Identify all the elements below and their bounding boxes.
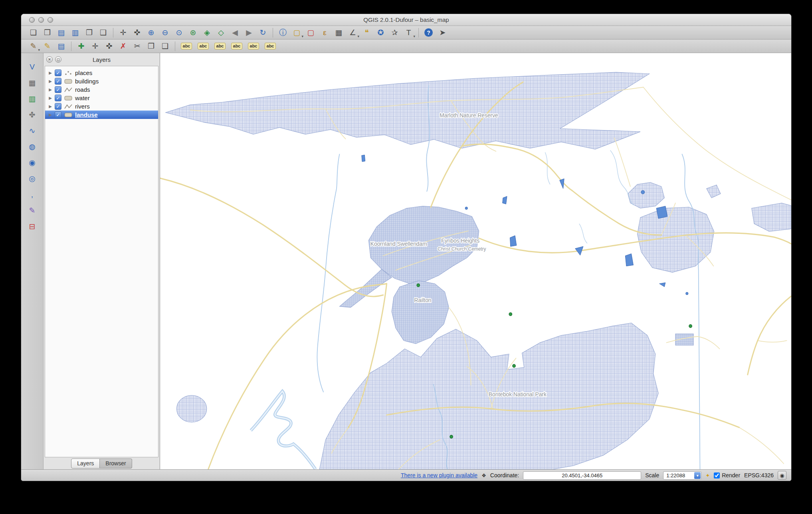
panel-float-icon[interactable]: ◻ bbox=[55, 56, 61, 63]
main-toolbar: ❏❒▤▥❐❑✛✜⊕⊖⊙⊛◈◇◀▶↻ⓘ▢▾▢ε▦∠▾❝✪✰T▾?➤ bbox=[21, 26, 791, 40]
layer-item-roads[interactable]: ▶ ✓ roads bbox=[45, 85, 158, 94]
add-spatialite-layer-icon[interactable]: ✤ bbox=[26, 108, 39, 121]
qgis-window: QGIS 2.0.1-Dufour – basic_map ❏❒▤▥❐❑✛✜⊕⊖… bbox=[21, 14, 792, 481]
new-project-icon[interactable]: ❏ bbox=[27, 27, 40, 39]
refresh-icon[interactable]: ↻ bbox=[256, 27, 269, 39]
minimize-window-button[interactable] bbox=[38, 17, 44, 23]
layer-visibility-checkbox[interactable]: ✓ bbox=[55, 69, 61, 76]
zoom-actual-icon[interactable]: ⊙ bbox=[172, 27, 186, 39]
composer-manager-icon[interactable]: ❑ bbox=[97, 27, 110, 39]
zoom-out-icon[interactable]: ⊖ bbox=[158, 27, 172, 39]
plugin-icon[interactable]: ❖ bbox=[481, 472, 486, 478]
expand-arrow-icon[interactable]: ▶ bbox=[48, 104, 53, 109]
pan-to-selection-icon[interactable]: ✜ bbox=[131, 27, 144, 39]
layer-visibility-checkbox[interactable]: ✓ bbox=[55, 86, 61, 93]
dropdown-arrow-icon: ▾ bbox=[301, 34, 303, 38]
expand-arrow-icon[interactable]: ▶ bbox=[48, 79, 53, 83]
layer-item-rivers[interactable]: ▶ ✓ rivers bbox=[45, 102, 158, 111]
map-label-marloth: Marloth Nature Reserve bbox=[440, 112, 498, 118]
new-shapefile-icon[interactable]: ✎ bbox=[26, 204, 39, 217]
add-postgis-layer-icon[interactable]: ▥ bbox=[26, 92, 39, 105]
layer-item-buildings[interactable]: ▶ ✓ buildings bbox=[45, 77, 158, 85]
attribute-table-icon[interactable]: ▦ bbox=[332, 27, 345, 39]
delete-selected-icon[interactable]: ✗ bbox=[117, 40, 130, 52]
help-icon[interactable]: ? bbox=[422, 27, 435, 39]
crs-status-button[interactable]: ◉ bbox=[778, 471, 786, 480]
remove-layer-icon[interactable]: ⊟ bbox=[26, 220, 39, 233]
open-project-icon[interactable]: ❒ bbox=[41, 27, 54, 39]
projection-icon[interactable]: ✦ bbox=[705, 472, 710, 478]
select-features-icon[interactable]: ▢▾ bbox=[290, 27, 303, 39]
layer-item-landuse[interactable]: ▶ ✓ landuse bbox=[45, 111, 158, 119]
close-window-button[interactable] bbox=[29, 17, 35, 23]
tab-layers[interactable]: Layers bbox=[71, 459, 100, 469]
add-wcs-layer-icon[interactable]: ◉ bbox=[26, 156, 39, 169]
label-pin-icon[interactable]: abc bbox=[195, 40, 211, 52]
add-vector-layer-icon[interactable]: V bbox=[26, 60, 39, 73]
zoom-in-icon[interactable]: ⊕ bbox=[145, 27, 158, 39]
deselect-features-icon[interactable]: ▢ bbox=[304, 27, 317, 39]
save-layer-edits-icon[interactable]: ▤ bbox=[55, 40, 68, 52]
plugin-update-link[interactable]: There is a new plugin available bbox=[401, 472, 477, 478]
zoom-to-selection-icon[interactable]: ◈ bbox=[200, 27, 214, 39]
layer-visibility-checkbox[interactable]: ✓ bbox=[55, 78, 61, 85]
scale-combo[interactable]: 1:22088 ▾ bbox=[663, 471, 701, 480]
dropdown-arrow-icon: ▾ bbox=[38, 48, 40, 52]
layer-item-places[interactable]: ▶ ✓ places bbox=[45, 69, 158, 77]
cut-features-icon[interactable]: ✂ bbox=[131, 40, 144, 52]
save-project-as-icon[interactable]: ▥ bbox=[69, 27, 82, 39]
render-checkbox[interactable] bbox=[714, 472, 720, 478]
labeling-icon[interactable]: abc bbox=[178, 40, 194, 52]
expand-arrow-icon[interactable]: ▶ bbox=[48, 96, 53, 100]
paste-features-icon[interactable]: ❑ bbox=[158, 40, 172, 52]
label-properties-icon[interactable]: abc bbox=[262, 40, 278, 52]
identify-icon[interactable]: ⓘ bbox=[276, 27, 289, 39]
polygon-layer-icon bbox=[63, 95, 73, 101]
zoom-to-layer-icon[interactable]: ◇ bbox=[214, 27, 228, 39]
expand-arrow-icon[interactable]: ▶ bbox=[48, 71, 53, 75]
tab-browser[interactable]: Browser bbox=[100, 459, 132, 469]
zoom-full-icon[interactable]: ⊛ bbox=[186, 27, 200, 39]
zoom-last-icon[interactable]: ◀ bbox=[228, 27, 242, 39]
save-project-icon[interactable]: ▤ bbox=[55, 27, 68, 39]
add-mssql-layer-icon[interactable]: ∿ bbox=[26, 124, 39, 137]
current-edits-icon[interactable]: ✎▾ bbox=[27, 40, 40, 52]
layer-visibility-checkbox[interactable]: ✓ bbox=[55, 95, 61, 101]
map-tips-icon[interactable]: ❝ bbox=[360, 27, 373, 39]
expand-arrow-icon[interactable]: ▶ bbox=[48, 87, 53, 92]
map-canvas[interactable]: Marloth Nature Reserve Koornland Swellen… bbox=[160, 53, 791, 469]
label-show-hide-icon[interactable]: abc bbox=[212, 40, 228, 52]
add-raster-layer-icon[interactable]: ▦ bbox=[26, 76, 39, 89]
title-bar[interactable]: QGIS 2.0.1-Dufour – basic_map bbox=[21, 14, 791, 26]
pan-map-icon[interactable]: ✛ bbox=[117, 27, 130, 39]
label-move-icon[interactable]: abc bbox=[229, 40, 245, 52]
label-rotate-icon[interactable]: abc bbox=[246, 40, 261, 52]
zoom-window-button[interactable] bbox=[48, 17, 53, 23]
map-svg[interactable]: Marloth Nature Reserve Koornland Swellen… bbox=[160, 53, 791, 469]
add-wfs-layer-icon[interactable]: ◎ bbox=[26, 172, 39, 185]
layers-panel-header: ✕ ◻ Layers bbox=[44, 53, 160, 66]
new-composer-icon[interactable]: ❐ bbox=[83, 27, 96, 39]
layer-visibility-checkbox[interactable]: ✓ bbox=[55, 103, 61, 110]
toggle-editing-icon[interactable]: ✎ bbox=[41, 40, 54, 52]
whats-this-icon[interactable]: ➤ bbox=[436, 27, 449, 39]
show-bookmarks-icon[interactable]: ✰ bbox=[388, 27, 401, 39]
node-tool-icon[interactable]: ✜ bbox=[103, 40, 116, 52]
measure-icon[interactable]: ∠▾ bbox=[346, 27, 359, 39]
move-feature-icon[interactable]: ✛ bbox=[89, 40, 102, 52]
expand-arrow-icon[interactable]: ▶ bbox=[48, 113, 53, 117]
zoom-next-icon[interactable]: ▶ bbox=[242, 27, 255, 39]
layer-visibility-checkbox[interactable]: ✓ bbox=[55, 111, 61, 118]
annotation-icon[interactable]: T▾ bbox=[402, 27, 415, 39]
layer-name: places bbox=[75, 69, 92, 76]
add-wms-layer-icon[interactable]: ◍ bbox=[26, 140, 39, 153]
combo-arrow-icon[interactable]: ▾ bbox=[694, 472, 701, 479]
coordinate-input[interactable] bbox=[523, 471, 641, 480]
layer-item-water[interactable]: ▶ ✓ water bbox=[45, 94, 158, 102]
add-feature-icon[interactable]: ✚ bbox=[75, 40, 88, 52]
add-delimited-text-icon[interactable]: , bbox=[26, 188, 39, 201]
panel-close-icon[interactable]: ✕ bbox=[46, 56, 53, 63]
copy-features-icon[interactable]: ❐ bbox=[145, 40, 158, 52]
new-bookmark-icon[interactable]: ✪ bbox=[374, 27, 387, 39]
select-by-expression-icon[interactable]: ε bbox=[318, 27, 331, 39]
